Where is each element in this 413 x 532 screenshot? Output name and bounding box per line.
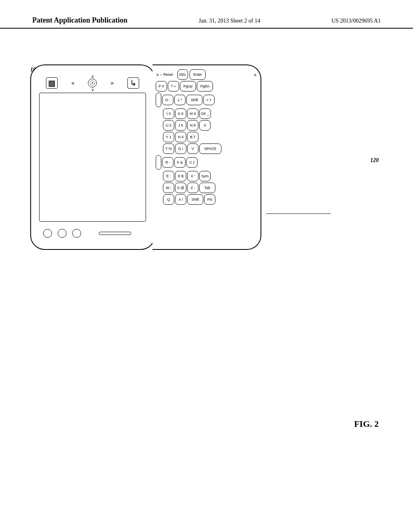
key-g[interactable]: G \ xyxy=(175,143,186,154)
key-sym[interactable]: Sym xyxy=(199,171,211,181)
key-o[interactable]: O - xyxy=(162,95,173,105)
key-ok[interactable]: OK _ xyxy=(199,108,211,119)
key-k[interactable]: K 6 xyxy=(175,108,186,119)
keyboard-section: ○ Reset DEL Enter ∧ P # ? = PgUp PgDn O … xyxy=(152,64,261,250)
bottom-btn-2[interactable] xyxy=(58,229,67,238)
header-patent: US 2013/0029695 A1 xyxy=(332,18,381,24)
key-row-9: W ; S @ Z , Tab xyxy=(156,183,257,193)
nav-down[interactable]: ∨ xyxy=(91,87,94,92)
header-date: Jan. 31, 2013 Sheet 2 of 14 xyxy=(127,18,332,24)
right-nav-icon: ↳ xyxy=(127,77,139,89)
key-del[interactable]: DEL xyxy=(177,69,188,80)
reset-dot xyxy=(156,74,159,76)
key-row-6: T % G \ V SPACE xyxy=(156,143,257,154)
device-body: ▩ « ∧ ☉ ∨ » ↳ xyxy=(30,64,155,250)
device-screen xyxy=(39,93,146,222)
reset-label[interactable]: ○ Reset xyxy=(160,73,173,77)
header-title: Patent Application Publication xyxy=(32,16,127,25)
key-side-scroll-2[interactable] xyxy=(156,155,161,170)
key-d[interactable]: D $ xyxy=(175,171,186,181)
key-i[interactable]: I 3 xyxy=(163,108,174,119)
key-shift[interactable]: Shift xyxy=(186,95,202,105)
key-pgup[interactable]: PgUp xyxy=(180,81,196,91)
left-nav-icon: ▩ xyxy=(46,77,58,89)
key-j[interactable]: J 5 xyxy=(175,120,186,131)
key-row-1: P # ? = PgUp PgDn xyxy=(156,81,257,91)
key-l[interactable]: L * xyxy=(174,95,186,105)
home-bar xyxy=(99,232,131,235)
key-r[interactable]: R - xyxy=(162,157,173,168)
key-z[interactable]: Z , xyxy=(187,183,198,193)
key-q[interactable]: Q xyxy=(163,194,174,205)
bottom-btn-3[interactable] xyxy=(72,229,81,238)
key-side-scroll-1[interactable] xyxy=(156,93,161,107)
key-0[interactable]: 0 xyxy=(199,120,211,131)
key-row-3: I 3 K 6 M 9 OK _ xyxy=(156,108,257,119)
key-row-reset: ○ Reset DEL Enter ∧ xyxy=(156,69,257,80)
key-row-4: U 2 J 5 N 8 0 xyxy=(156,120,257,131)
bottom-buttons xyxy=(43,229,131,238)
key-y[interactable]: Y 1 xyxy=(163,132,174,142)
key-tab[interactable]: Tab xyxy=(199,183,215,193)
key-m[interactable]: M 9 xyxy=(187,108,198,119)
fig-label: FIG. 2 xyxy=(354,419,379,429)
key-f[interactable]: F & xyxy=(174,157,186,168)
key-b[interactable]: B 7 xyxy=(187,132,198,142)
key-u[interactable]: U 2 xyxy=(163,120,174,131)
key-row-2: O - L * Shift < + xyxy=(156,93,257,107)
key-arrow-up[interactable]: ∧ xyxy=(254,73,257,77)
bottom-btn-1[interactable] xyxy=(43,229,52,238)
key-c[interactable]: C ( xyxy=(186,157,198,168)
key-s[interactable]: S @ xyxy=(175,183,186,193)
nav-right[interactable]: » xyxy=(111,79,114,87)
key-shift2[interactable]: Shift xyxy=(187,194,203,205)
key-row-5: Y 1 H 4 B 7 xyxy=(156,132,257,142)
key-a[interactable]: A ! xyxy=(175,194,186,205)
key-row-10: Q A ! Shift FN xyxy=(156,194,257,205)
nav-left[interactable]: « xyxy=(71,79,75,87)
key-row-8: E : D $ X ' Sym xyxy=(156,171,257,181)
nav-bar: ▩ « ∧ ☉ ∨ » ↳ xyxy=(39,74,146,92)
key-enter[interactable]: Enter xyxy=(190,69,206,80)
nav-center-btn[interactable]: ☉ xyxy=(88,79,97,87)
key-t[interactable]: T % xyxy=(163,143,174,154)
key-row-7: R - F & C ( xyxy=(156,155,257,170)
key-pgdn[interactable]: PgDn xyxy=(197,81,213,91)
key-space[interactable]: SPACE xyxy=(199,143,221,154)
ref-120: 120 xyxy=(370,157,379,164)
key-w[interactable]: W ; xyxy=(163,183,174,193)
nav-center-group: ∧ ☉ ∨ xyxy=(88,74,97,92)
key-x[interactable]: X ' xyxy=(187,171,198,181)
key-v[interactable]: V xyxy=(187,143,198,154)
nav-up[interactable]: ∧ xyxy=(91,74,94,79)
key-p[interactable]: P # xyxy=(156,81,167,91)
key-h[interactable]: H 4 xyxy=(175,132,186,142)
page-header: Patent Application Publication Jan. 31, … xyxy=(0,16,413,29)
key-e[interactable]: E : xyxy=(163,171,174,181)
key-q2[interactable]: ? = xyxy=(168,81,179,91)
key-sym2[interactable]: < + xyxy=(203,95,215,105)
key-fn[interactable]: FN xyxy=(204,194,215,205)
key-n[interactable]: N 8 xyxy=(187,120,198,131)
